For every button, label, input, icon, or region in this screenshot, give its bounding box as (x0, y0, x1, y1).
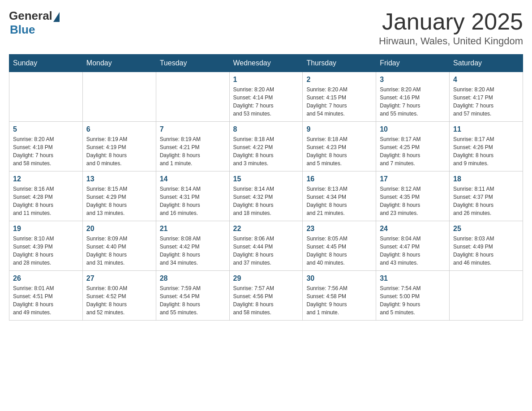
day-cell: 8Sunrise: 8:18 AMSunset: 4:22 PMDaylight… (229, 122, 303, 171)
day-cell: 12Sunrise: 8:16 AMSunset: 4:28 PMDayligh… (9, 171, 83, 221)
day-cell: 15Sunrise: 8:14 AMSunset: 4:32 PMDayligh… (229, 171, 303, 221)
header-cell-thursday: Thursday (303, 55, 376, 72)
day-cell: 17Sunrise: 8:12 AMSunset: 4:35 PMDayligh… (376, 171, 450, 221)
day-number: 18 (453, 175, 519, 183)
calendar-body: 1Sunrise: 8:20 AMSunset: 4:14 PMDaylight… (9, 72, 523, 321)
header-cell-monday: Monday (82, 55, 156, 72)
day-cell: 1Sunrise: 8:20 AMSunset: 4:14 PMDaylight… (229, 72, 303, 122)
day-cell: 3Sunrise: 8:20 AMSunset: 4:16 PMDaylight… (376, 72, 450, 122)
day-cell: 6Sunrise: 8:19 AMSunset: 4:19 PMDaylight… (82, 122, 156, 171)
day-number: 25 (453, 225, 519, 233)
day-info: Sunrise: 7:59 AMSunset: 4:54 PMDaylight:… (160, 285, 201, 316)
day-info: Sunrise: 7:57 AMSunset: 4:56 PMDaylight:… (233, 285, 274, 316)
day-cell (9, 72, 83, 122)
day-cell: 13Sunrise: 8:15 AMSunset: 4:29 PMDayligh… (82, 171, 156, 221)
day-number: 23 (306, 225, 372, 233)
day-number: 12 (13, 175, 79, 183)
day-info: Sunrise: 8:03 AMSunset: 4:49 PMDaylight:… (453, 235, 494, 266)
day-cell: 25Sunrise: 8:03 AMSunset: 4:49 PMDayligh… (450, 221, 523, 271)
day-number: 19 (13, 225, 79, 233)
day-info: Sunrise: 8:13 AMSunset: 4:34 PMDaylight:… (306, 186, 347, 216)
day-number: 22 (233, 225, 299, 233)
day-info: Sunrise: 8:00 AMSunset: 4:52 PMDaylight:… (86, 285, 127, 316)
day-info: Sunrise: 7:56 AMSunset: 4:58 PMDaylight:… (306, 285, 347, 316)
month-title: January 2025 (379, 9, 523, 34)
day-cell: 10Sunrise: 8:17 AMSunset: 4:25 PMDayligh… (376, 122, 450, 171)
week-row-3: 12Sunrise: 8:16 AMSunset: 4:28 PMDayligh… (9, 171, 523, 221)
day-number: 4 (453, 76, 519, 84)
day-cell (156, 72, 229, 122)
day-info: Sunrise: 8:14 AMSunset: 4:32 PMDaylight:… (233, 186, 274, 216)
day-cell (450, 271, 523, 321)
day-info: Sunrise: 8:20 AMSunset: 4:17 PMDaylight:… (453, 86, 494, 117)
day-cell: 16Sunrise: 8:13 AMSunset: 4:34 PMDayligh… (303, 171, 376, 221)
day-info: Sunrise: 8:11 AMSunset: 4:37 PMDaylight:… (453, 186, 494, 216)
logo-general-text: General (9, 9, 52, 23)
day-cell: 21Sunrise: 8:08 AMSunset: 4:42 PMDayligh… (156, 221, 229, 271)
day-info: Sunrise: 8:17 AMSunset: 4:26 PMDaylight:… (453, 136, 494, 167)
day-info: Sunrise: 8:01 AMSunset: 4:51 PMDaylight:… (13, 285, 54, 316)
header-cell-friday: Friday (376, 55, 450, 72)
day-number: 11 (453, 125, 519, 133)
day-number: 26 (13, 274, 79, 283)
calendar-table: SundayMondayTuesdayWednesdayThursdayFrid… (9, 54, 523, 321)
header-cell-saturday: Saturday (450, 55, 523, 72)
day-number: 7 (160, 125, 226, 133)
header-row: SundayMondayTuesdayWednesdayThursdayFrid… (9, 55, 523, 72)
logo-triangle-icon (53, 12, 60, 22)
day-cell: 24Sunrise: 8:04 AMSunset: 4:47 PMDayligh… (376, 221, 450, 271)
header-cell-tuesday: Tuesday (156, 55, 229, 72)
day-cell: 28Sunrise: 7:59 AMSunset: 4:54 PMDayligh… (156, 271, 229, 321)
day-cell: 19Sunrise: 8:10 AMSunset: 4:39 PMDayligh… (9, 221, 83, 271)
day-number: 28 (160, 274, 226, 283)
day-cell: 7Sunrise: 8:19 AMSunset: 4:21 PMDaylight… (156, 122, 229, 171)
day-info: Sunrise: 8:06 AMSunset: 4:44 PMDaylight:… (233, 235, 274, 266)
day-info: Sunrise: 8:18 AMSunset: 4:23 PMDaylight:… (306, 136, 347, 167)
day-info: Sunrise: 8:05 AMSunset: 4:45 PMDaylight:… (306, 235, 347, 266)
day-cell (82, 72, 156, 122)
day-number: 30 (306, 274, 372, 283)
day-number: 20 (86, 225, 152, 233)
title-block: January 2025 Hirwaun, Wales, United King… (379, 9, 523, 47)
day-cell: 5Sunrise: 8:20 AMSunset: 4:18 PMDaylight… (9, 122, 83, 171)
day-number: 8 (233, 125, 299, 133)
day-cell: 2Sunrise: 8:20 AMSunset: 4:15 PMDaylight… (303, 72, 376, 122)
day-number: 14 (160, 175, 226, 183)
day-cell: 20Sunrise: 8:09 AMSunset: 4:40 PMDayligh… (82, 221, 156, 271)
day-cell: 29Sunrise: 7:57 AMSunset: 4:56 PMDayligh… (229, 271, 303, 321)
day-number: 21 (160, 225, 226, 233)
calendar-header: SundayMondayTuesdayWednesdayThursdayFrid… (9, 55, 523, 72)
header-cell-wednesday: Wednesday (229, 55, 303, 72)
day-info: Sunrise: 8:04 AMSunset: 4:47 PMDaylight:… (380, 235, 420, 266)
day-cell: 27Sunrise: 8:00 AMSunset: 4:52 PMDayligh… (82, 271, 156, 321)
day-cell: 9Sunrise: 8:18 AMSunset: 4:23 PMDaylight… (303, 122, 376, 171)
logo-blue-text: Blue (10, 23, 35, 37)
day-number: 29 (233, 274, 299, 283)
day-cell: 4Sunrise: 8:20 AMSunset: 4:17 PMDaylight… (450, 72, 523, 122)
day-number: 24 (380, 225, 446, 233)
day-number: 16 (306, 175, 372, 183)
day-info: Sunrise: 8:20 AMSunset: 4:18 PMDaylight:… (13, 136, 54, 167)
day-number: 27 (86, 274, 152, 283)
day-info: Sunrise: 8:19 AMSunset: 4:21 PMDaylight:… (160, 136, 201, 167)
day-info: Sunrise: 8:08 AMSunset: 4:42 PMDaylight:… (160, 235, 201, 266)
day-cell: 30Sunrise: 7:56 AMSunset: 4:58 PMDayligh… (303, 271, 376, 321)
day-cell: 14Sunrise: 8:14 AMSunset: 4:31 PMDayligh… (156, 171, 229, 221)
header-cell-sunday: Sunday (9, 55, 83, 72)
week-row-5: 26Sunrise: 8:01 AMSunset: 4:51 PMDayligh… (9, 271, 523, 321)
week-row-2: 5Sunrise: 8:20 AMSunset: 4:18 PMDaylight… (9, 122, 523, 171)
day-number: 1 (233, 76, 299, 84)
day-info: Sunrise: 8:19 AMSunset: 4:19 PMDaylight:… (86, 136, 127, 167)
day-cell: 22Sunrise: 8:06 AMSunset: 4:44 PMDayligh… (229, 221, 303, 271)
day-info: Sunrise: 8:16 AMSunset: 4:28 PMDaylight:… (13, 186, 54, 216)
day-cell: 31Sunrise: 7:54 AMSunset: 5:00 PMDayligh… (376, 271, 450, 321)
day-info: Sunrise: 8:20 AMSunset: 4:16 PMDaylight:… (380, 86, 420, 117)
day-cell: 23Sunrise: 8:05 AMSunset: 4:45 PMDayligh… (303, 221, 376, 271)
day-info: Sunrise: 8:15 AMSunset: 4:29 PMDaylight:… (86, 186, 127, 216)
day-info: Sunrise: 7:54 AMSunset: 5:00 PMDaylight:… (380, 285, 420, 316)
day-number: 2 (306, 76, 372, 84)
day-number: 17 (380, 175, 446, 183)
logo: General Blue (9, 9, 60, 37)
day-info: Sunrise: 8:17 AMSunset: 4:25 PMDaylight:… (380, 136, 420, 167)
day-number: 13 (86, 175, 152, 183)
